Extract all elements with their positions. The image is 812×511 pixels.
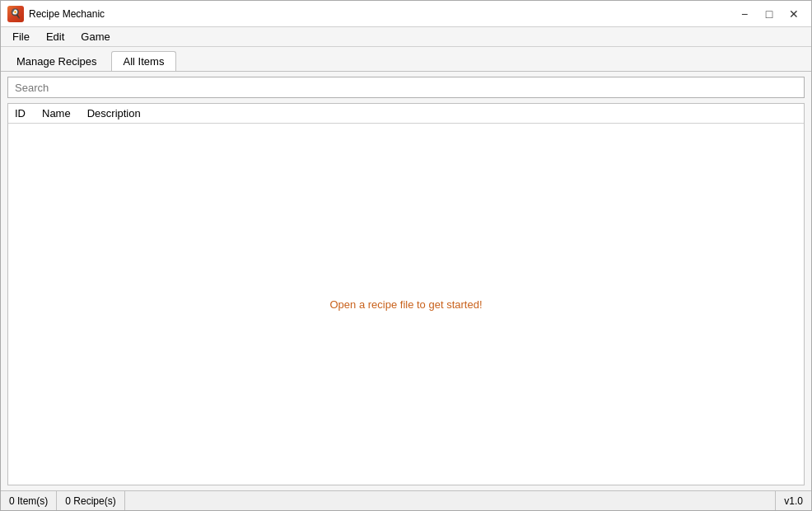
status-version: v1.0 [775, 491, 811, 510]
menu-bar: File Edit Game [1, 27, 811, 47]
main-content: ID Name Description Open a recipe file t… [1, 72, 811, 490]
tab-all-items[interactable]: All Items [111, 51, 177, 71]
close-button[interactable]: ✕ [783, 6, 805, 22]
tab-manage-recipes[interactable]: Manage Recipes [4, 51, 110, 71]
column-description: Description [87, 107, 141, 120]
title-bar: 🍳 Recipe Mechanic − □ ✕ [1, 1, 811, 27]
menu-file[interactable]: File [4, 29, 38, 45]
table-header: ID Name Description [8, 104, 804, 124]
column-name: Name [42, 107, 71, 120]
app-icon: 🍳 [7, 6, 24, 22]
minimize-button[interactable]: − [734, 6, 755, 22]
table-body: Open a recipe file to get started! [8, 124, 804, 485]
search-input[interactable] [7, 77, 805, 98]
empty-message: Open a recipe file to get started! [330, 298, 483, 311]
status-bar: 0 Item(s) 0 Recipe(s) v1.0 [1, 490, 811, 510]
column-id: ID [15, 107, 26, 120]
maximize-button[interactable]: □ [758, 6, 780, 22]
tabs-row: Manage Recipes All Items [1, 47, 811, 72]
status-recipes-count: 0 Recipe(s) [57, 491, 124, 510]
window-title: Recipe Mechanic [29, 8, 734, 20]
main-window: 🍳 Recipe Mechanic − □ ✕ File Edit Game M… [0, 0, 812, 511]
items-table: ID Name Description Open a recipe file t… [7, 103, 805, 485]
menu-edit[interactable]: Edit [38, 29, 72, 45]
window-controls: − □ ✕ [734, 6, 805, 22]
status-items-count: 0 Item(s) [1, 491, 57, 510]
menu-game[interactable]: Game [72, 29, 118, 45]
